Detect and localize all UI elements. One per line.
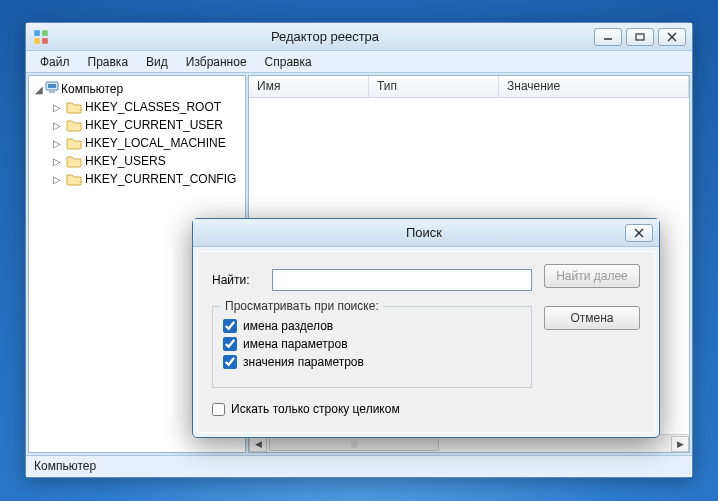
minimize-button[interactable] [594,28,622,46]
window-controls [594,28,686,46]
find-label: Найти: [212,273,262,287]
tree-item[interactable]: ▷ HKEY_LOCAL_MACHINE [31,134,243,152]
menu-edit[interactable]: Правка [80,53,137,71]
check-data-label: значения параметров [243,355,364,369]
find-input[interactable] [272,269,532,291]
check-keys-row: имена разделов [223,319,521,333]
scroll-right-icon[interactable]: ▶ [671,436,689,452]
column-headers: Имя Тип Значение [249,76,689,98]
scroll-thumb[interactable]: ||| [269,437,439,451]
expander-closed-icon[interactable]: ▷ [51,138,63,149]
cancel-button[interactable]: Отмена [544,306,640,330]
column-name[interactable]: Имя [249,76,369,97]
folder-icon [66,136,82,150]
dialog-body: Найти: Найти далее Просматривать при пои… [197,251,655,433]
check-values-label: имена параметров [243,337,348,351]
menu-file[interactable]: Файл [32,53,78,71]
tree-item-label: HKEY_CURRENT_USER [85,118,223,132]
check-whole[interactable] [212,403,225,416]
find-row: Найти: [212,264,532,296]
look-at-group: Просматривать при поиске: имена разделов… [212,306,532,388]
check-data[interactable] [223,355,237,369]
svg-rect-2 [34,38,40,44]
statusbar-text: Компьютер [34,459,96,473]
svg-rect-1 [42,30,48,36]
folder-icon [66,172,82,186]
tree-item-label: HKEY_USERS [85,154,166,168]
folder-icon [66,118,82,132]
menu-help[interactable]: Справка [257,53,320,71]
expander-closed-icon[interactable]: ▷ [51,156,63,167]
svg-rect-0 [34,30,40,36]
check-data-row: значения параметров [223,355,521,369]
tree-item-label: HKEY_LOCAL_MACHINE [85,136,226,150]
regedit-icon [32,29,50,45]
group-title: Просматривать при поиске: [221,299,383,313]
tree-item-label: HKEY_CLASSES_ROOT [85,100,221,114]
folder-icon [66,100,82,114]
statusbar: Компьютер [26,455,692,477]
main-title: Редактор реестра [56,29,594,44]
column-type[interactable]: Тип [369,76,499,97]
close-button[interactable] [658,28,686,46]
dialog-title: Поиск [223,225,625,240]
expander-closed-icon[interactable]: ▷ [51,174,63,185]
find-next-button[interactable]: Найти далее [544,264,640,288]
tree-root[interactable]: ◢ Компьютер [31,80,243,98]
tree-item[interactable]: ▷ HKEY_USERS [31,152,243,170]
dialog-close-button[interactable] [625,224,653,242]
expander-closed-icon[interactable]: ▷ [51,102,63,113]
check-keys[interactable] [223,319,237,333]
main-titlebar[interactable]: Редактор реестра [26,23,692,51]
column-value[interactable]: Значение [499,76,689,97]
svg-rect-10 [49,91,55,93]
expander-closed-icon[interactable]: ▷ [51,120,63,131]
maximize-button[interactable] [626,28,654,46]
check-values[interactable] [223,337,237,351]
tree-item-label: HKEY_CURRENT_CONFIG [85,172,236,186]
spacer [199,225,217,241]
svg-rect-3 [42,38,48,44]
check-keys-label: имена разделов [243,319,333,333]
tree-item[interactable]: ▷ HKEY_CURRENT_CONFIG [31,170,243,188]
computer-icon [45,81,61,98]
svg-rect-9 [48,84,56,88]
dialog-titlebar[interactable]: Поиск [193,219,659,247]
tree-item[interactable]: ▷ HKEY_CLASSES_ROOT [31,98,243,116]
menu-favorites[interactable]: Избранное [178,53,255,71]
find-dialog: Поиск Найти: Найти далее Просматривать п… [192,218,660,438]
menu-view[interactable]: Вид [138,53,176,71]
menubar: Файл Правка Вид Избранное Справка [26,51,692,73]
check-values-row: имена параметров [223,337,521,351]
expander-open-icon[interactable]: ◢ [33,84,45,95]
tree-item[interactable]: ▷ HKEY_CURRENT_USER [31,116,243,134]
tree-root-label: Компьютер [61,82,123,96]
whole-string-row: Искать только строку целиком [212,398,640,420]
folder-icon [66,154,82,168]
check-whole-label: Искать только строку целиком [231,402,400,416]
svg-rect-5 [636,34,644,40]
